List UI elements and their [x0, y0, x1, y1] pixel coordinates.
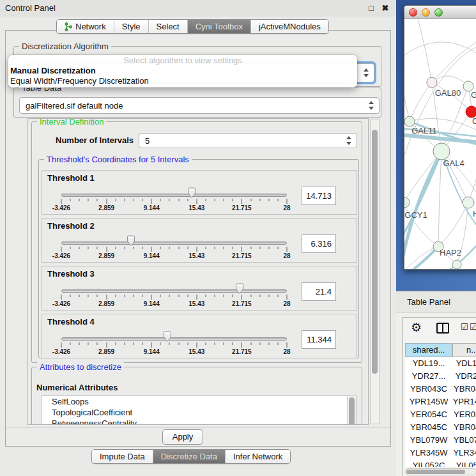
cell-name[interactable]: YPR145W — [452, 395, 476, 408]
attributes-list-scrollbar[interactable] — [347, 396, 356, 425]
table-row[interactable]: YPR145WYPR145W — [405, 395, 476, 408]
attribute-item[interactable]: TopologicalCoefficient — [42, 407, 356, 418]
tab-jactivemnodules[interactable]: jActiveMNodules — [251, 20, 328, 33]
table-data-combo[interactable]: galFiltered.sif default node — [19, 97, 380, 114]
table-row[interactable]: YBR043CYBR043C — [405, 383, 476, 395]
tab-select[interactable]: Select — [149, 20, 188, 33]
cell-shared-name[interactable]: YBR043C — [405, 383, 452, 395]
bottom-tab-strip: Impute DataDiscretize DataInfer Network — [91, 449, 291, 464]
cell-name[interactable]: YDL19... — [452, 357, 476, 370]
table-row[interactable]: YBR045CYBR045C — [405, 421, 476, 434]
table-toolbar: ⚙ ☑ ☑ — [403, 318, 476, 339]
tab-label: Impute Data — [100, 452, 145, 461]
table-data-combo-value: galFiltered.sif default node — [26, 101, 123, 111]
table-row[interactable]: YDL19...YDL19... — [405, 357, 476, 370]
slider-track[interactable] — [61, 337, 287, 341]
gear-icon[interactable]: ⚙ — [411, 320, 422, 335]
slider-track[interactable] — [61, 194, 287, 197]
column-header-shared-name[interactable]: shared... — [405, 343, 452, 357]
network-edge[interactable] — [468, 161, 476, 203]
table-row[interactable]: YIL052CYIL052C — [405, 459, 476, 467]
slider-thumb[interactable] — [234, 283, 244, 295]
number-of-intervals-combo[interactable]: 5 — [139, 133, 357, 148]
cell-shared-name[interactable]: YDR27... — [405, 370, 452, 383]
cell-name[interactable]: YBL079W — [452, 434, 476, 447]
network-node[interactable] — [427, 77, 437, 88]
thresholds-group: Threshold's Coordinates for 5 Intervals … — [38, 159, 359, 358]
tab-style[interactable]: Style — [114, 20, 149, 33]
node-label: C — [472, 116, 476, 126]
table-row[interactable]: YDR27...YDR27... — [405, 370, 476, 383]
network-node[interactable] — [404, 116, 415, 127]
table-row[interactable]: YER054CYER054C — [405, 408, 476, 421]
cell-name[interactable]: YER054C — [452, 408, 476, 421]
slider-thumb[interactable] — [187, 187, 196, 199]
tab-infer-network[interactable]: Infer Network — [226, 450, 290, 463]
threshold-value-field[interactable]: 14.713 — [302, 187, 336, 205]
cell-name[interactable]: YDR27... — [452, 370, 476, 383]
checkbox-checked-icon[interactable]: ☑ — [461, 322, 468, 332]
algorithm-option-equal-width[interactable]: Equal Width/Frequency Discretization — [8, 76, 357, 86]
network-node[interactable] — [452, 260, 461, 269]
split-columns-icon[interactable] — [436, 323, 449, 334]
network-node[interactable] — [463, 197, 474, 208]
mac-minimize-icon[interactable] — [422, 8, 430, 17]
algorithm-option-manual[interactable]: Manual Discretization — [8, 66, 357, 76]
numerical-attributes-list[interactable]: SelfLoopsTopologicalCoefficientBetweenne… — [41, 395, 357, 425]
network-edge[interactable] — [432, 37, 476, 82]
float-panel-icon[interactable]: □ — [365, 3, 377, 14]
column-header-name[interactable]: n... — [452, 343, 476, 357]
tab-label: Network — [75, 22, 106, 31]
checkbox-checked-icon[interactable]: ☑ — [470, 322, 476, 332]
threshold-value-field[interactable]: 21.4 — [302, 282, 336, 301]
mac-close-icon[interactable] — [409, 8, 417, 17]
combo-stepper-icon[interactable] — [369, 101, 374, 110]
network-edge[interactable] — [404, 75, 410, 121]
table-row[interactable]: YBL079WYBL079W — [405, 434, 476, 447]
application-window: Control Panel □ ✖ NetworkStyleSelectCyni… — [0, 0, 476, 476]
network-node[interactable] — [433, 143, 450, 160]
cell-shared-name[interactable]: YER054C — [405, 408, 452, 421]
threshold-label: Threshold 4 — [47, 317, 95, 326]
slider-track[interactable] — [61, 289, 287, 293]
cell-shared-name[interactable]: YDL19... — [405, 357, 452, 370]
slider-track[interactable] — [61, 242, 287, 245]
slider-thumb[interactable] — [127, 235, 136, 247]
table-row[interactable]: YLR345WYLR345W — [405, 447, 476, 459]
cell-name[interactable]: YBR043C — [452, 383, 476, 395]
cell-shared-name[interactable]: YBR045C — [405, 421, 452, 434]
number-of-intervals-label: Number of Intervals — [56, 135, 134, 145]
threshold-value-field[interactable]: 11.344 — [302, 330, 336, 349]
mac-zoom-icon[interactable] — [434, 8, 443, 17]
combo-stepper-icon[interactable] — [364, 68, 369, 77]
cell-name[interactable]: YBR045C — [452, 421, 476, 434]
cell-shared-name[interactable]: YBL079W — [405, 434, 452, 447]
cell-shared-name[interactable]: YPR145W — [405, 395, 452, 408]
tab-impute-data[interactable]: Impute Data — [92, 450, 153, 463]
close-panel-icon[interactable]: ✖ — [380, 3, 391, 14]
apply-button[interactable]: Apply — [162, 429, 203, 445]
cell-name[interactable]: YIL052C — [452, 459, 476, 467]
node-label: GCY1 — [404, 210, 427, 220]
table-horizontal-scrollbar[interactable] — [405, 468, 476, 475]
cell-name[interactable]: YLR345W — [452, 447, 476, 459]
threshold-value-field[interactable]: 6.316 — [302, 234, 336, 253]
node-label: GAL4 — [443, 158, 464, 168]
tab-network[interactable]: Network — [57, 20, 114, 33]
tab-cyni-toolbox[interactable]: Cyni Toolbox — [188, 20, 251, 33]
network-edge[interactable] — [438, 151, 441, 247]
tab-discretize-data[interactable]: Discretize Data — [153, 450, 226, 463]
attribute-item[interactable]: BetweennessCentrality — [42, 418, 356, 425]
tab-label: jActiveMNodules — [259, 22, 321, 31]
cell-shared-name[interactable]: YLR345W — [405, 447, 452, 459]
network-canvas[interactable]: GAL80GACGAL11GAL4GCY1HHAP2 — [404, 19, 476, 269]
apply-row: Apply — [6, 427, 390, 447]
slider-thumb[interactable] — [162, 331, 172, 342]
attribute-item[interactable]: SelfLoops — [42, 396, 356, 407]
network-node[interactable] — [404, 197, 410, 208]
settings-vertical-scrollbar[interactable] — [370, 119, 380, 424]
algorithm-option-placeholder[interactable]: Select algorithm to view settings — [8, 55, 357, 66]
network-edge[interactable] — [417, 19, 432, 82]
combo-stepper-icon[interactable] — [346, 136, 352, 145]
cell-shared-name[interactable]: YIL052C — [405, 459, 452, 467]
